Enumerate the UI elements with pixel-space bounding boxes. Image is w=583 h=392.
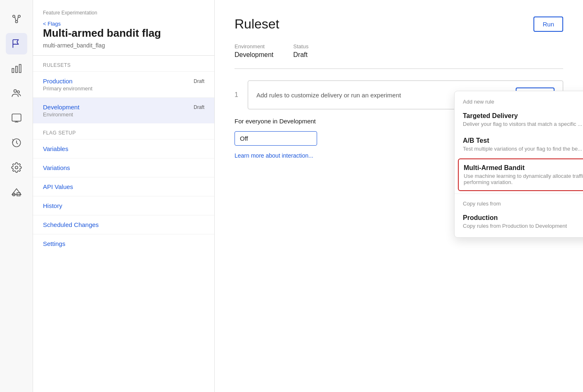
nav-flags-icon[interactable] <box>6 33 27 54</box>
nav-audiences-icon[interactable] <box>6 83 27 104</box>
flag-setup-label: Flag Setup <box>33 123 214 139</box>
production-subtitle: Primary environment <box>43 85 92 92</box>
run-button[interactable]: Run <box>533 17 563 32</box>
breadcrumb: Feature Experimentation <box>43 10 204 16</box>
production-title: Production <box>43 78 92 85</box>
flag-title: Multi-armed bandit flag <box>43 27 204 40</box>
dropdown-copy-production[interactable]: Production Copy rules from Production to… <box>455 209 583 234</box>
copy-rules-label: Copy rules from <box>455 196 583 209</box>
status-label: Status <box>293 43 308 50</box>
add-rule-dropdown: Add new rule Targeted Delivery Deliver y… <box>454 91 583 238</box>
svg-line-3 <box>14 17 15 21</box>
sidebar-item-variations[interactable]: Variations <box>33 158 214 177</box>
sidebar-header: Feature Experimentation < Flags Multi-ar… <box>33 0 214 56</box>
section-divider <box>235 68 563 69</box>
rule-number: 1 <box>235 91 241 99</box>
dropdown-targeted-delivery[interactable]: Targeted Delivery Deliver your flag to v… <box>455 107 583 132</box>
nav-history-icon[interactable] <box>6 132 27 153</box>
development-item-content: Development Environment <box>43 104 79 118</box>
mab-desc: Use machine learning to dynamically allo… <box>464 173 583 185</box>
svg-point-8 <box>14 90 17 92</box>
svg-rect-7 <box>19 64 21 73</box>
icon-nav <box>0 0 33 392</box>
breadcrumb-link[interactable]: < Flags <box>43 21 204 27</box>
svg-rect-6 <box>15 66 17 73</box>
dropdown-divider <box>455 194 583 194</box>
ab-test-title: A/B Test <box>463 137 583 144</box>
env-label: Environment <box>235 43 273 50</box>
svg-rect-10 <box>12 114 21 121</box>
page-title: Ruleset <box>235 17 563 32</box>
sidebar-item-scheduled-changes[interactable]: Scheduled Changes <box>33 215 214 234</box>
nav-experiments-icon[interactable] <box>6 8 27 30</box>
svg-point-12 <box>15 166 18 169</box>
svg-line-4 <box>17 17 18 21</box>
nav-metrics-icon[interactable] <box>6 58 27 79</box>
flag-key: multi-armed_bandit_flag <box>43 42 204 49</box>
production-badge: Draft <box>194 78 204 84</box>
sidebar: Feature Experimentation < Flags Multi-ar… <box>33 0 215 392</box>
status-value: Draft <box>293 51 308 59</box>
ruleset-meta: Environment Development Status Draft <box>235 43 563 59</box>
production-item-content: Production Primary environment <box>43 78 92 92</box>
dropdown-add-new-label: Add new rule <box>455 94 583 107</box>
copy-production-title: Production <box>463 214 583 222</box>
sidebar-item-history[interactable]: History <box>33 196 214 215</box>
status-meta: Status Draft <box>293 43 308 59</box>
dropdown-ab-test[interactable]: A/B Test Test multiple variations of you… <box>455 132 583 157</box>
development-subtitle: Environment <box>43 111 79 118</box>
copy-production-desc: Copy rules from Production to Developmen… <box>463 223 583 229</box>
ab-test-desc: Test multiple variations of your flag to… <box>463 146 583 152</box>
breadcrumb-parent: Feature Experimentation <box>43 10 97 16</box>
targeted-delivery-desc: Deliver your flag to visitors that match… <box>463 121 583 127</box>
svg-point-9 <box>17 91 19 93</box>
sidebar-item-production[interactable]: Production Primary environment Draft <box>33 71 214 97</box>
dropdown-multi-armed-bandit[interactable]: Multi-Armed Bandit Use machine learning … <box>458 158 583 191</box>
nav-settings-icon[interactable] <box>6 157 27 178</box>
development-title: Development <box>43 104 79 111</box>
sidebar-item-api-values[interactable]: API Values <box>33 177 214 196</box>
env-meta: Environment Development <box>235 43 273 59</box>
development-badge: Draft <box>194 104 204 110</box>
rule-box-text: Add rules to customize delivery or run a… <box>256 92 401 99</box>
mab-title: Multi-Armed Bandit <box>464 164 583 172</box>
env-value: Development <box>235 51 273 59</box>
sidebar-item-settings[interactable]: Settings <box>33 234 214 253</box>
targeted-delivery-title: Targeted Delivery <box>463 112 583 120</box>
nav-media-icon[interactable] <box>6 107 27 129</box>
sidebar-item-variables[interactable]: Variables <box>33 139 214 158</box>
rulesets-section-label: Rulesets <box>33 56 214 71</box>
main-content: Ruleset Environment Development Status D… <box>215 0 583 392</box>
svg-rect-5 <box>12 68 14 73</box>
sidebar-item-development[interactable]: Development Environment Draft <box>33 97 214 123</box>
nav-shapes-icon[interactable] <box>6 182 27 203</box>
off-input[interactable] <box>235 131 317 146</box>
